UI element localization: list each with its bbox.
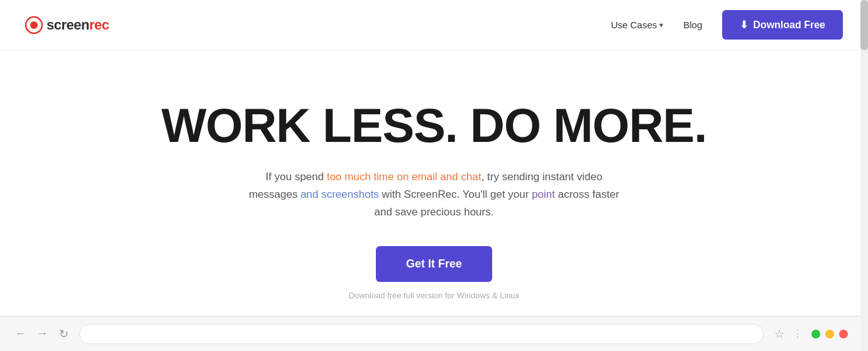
nav-right: Use Cases ▾ Blog ⬇ Download Free: [611, 10, 843, 40]
browser-menu: ⋮: [793, 328, 803, 340]
nav-use-cases[interactable]: Use Cases ▾: [611, 19, 663, 30]
logo-text: screenrec: [47, 17, 109, 33]
page-wrapper: screenrec Use Cases ▾ Blog ⬇ Download Fr…: [0, 0, 868, 351]
browser-nav: ← → ↻: [13, 326, 72, 342]
browser-menu-icon[interactable]: ⋮: [793, 328, 803, 340]
download-free-button[interactable]: ⬇ Download Free: [722, 10, 843, 40]
svg-point-1: [30, 21, 38, 29]
browser-star-button[interactable]: ☆: [771, 326, 788, 342]
download-icon: ⬇: [740, 19, 748, 31]
highlight-screenshots: and screenshots: [300, 188, 379, 200]
scrollbar-thumb[interactable]: [860, 0, 868, 50]
hero-subtitle: If you spend too much time on email and …: [246, 168, 623, 221]
get-it-free-button[interactable]: Get It Free: [376, 246, 492, 282]
traffic-light-yellow: [825, 330, 834, 338]
browser-controls-right: ☆ ⋮: [771, 326, 848, 342]
logo[interactable]: screenrec: [25, 16, 109, 34]
traffic-light-red: [839, 330, 848, 338]
scrollbar[interactable]: [860, 0, 868, 351]
nav-blog[interactable]: Blog: [683, 19, 702, 30]
traffic-light-green: [811, 330, 820, 338]
highlight-point: point: [532, 188, 555, 200]
hero-section: WORK LESS. DO MORE. If you spend too muc…: [0, 50, 868, 338]
browser-bar: ← → ↻ ☆ ⋮: [0, 316, 860, 351]
hero-caption: Download free full version for Windows &…: [349, 291, 520, 300]
chevron-down-icon: ▾: [659, 21, 663, 30]
screenrec-logo-icon: [25, 16, 43, 34]
navbar: screenrec Use Cases ▾ Blog ⬇ Download Fr…: [0, 0, 868, 50]
highlight-email: too much time on email and chat: [327, 171, 481, 183]
browser-refresh-button[interactable]: ↻: [55, 326, 72, 342]
hero-title: WORK LESS. DO MORE.: [162, 100, 707, 151]
browser-forward-button[interactable]: →: [34, 326, 50, 342]
browser-back-button[interactable]: ←: [13, 326, 29, 342]
browser-address-bar[interactable]: [79, 324, 764, 344]
